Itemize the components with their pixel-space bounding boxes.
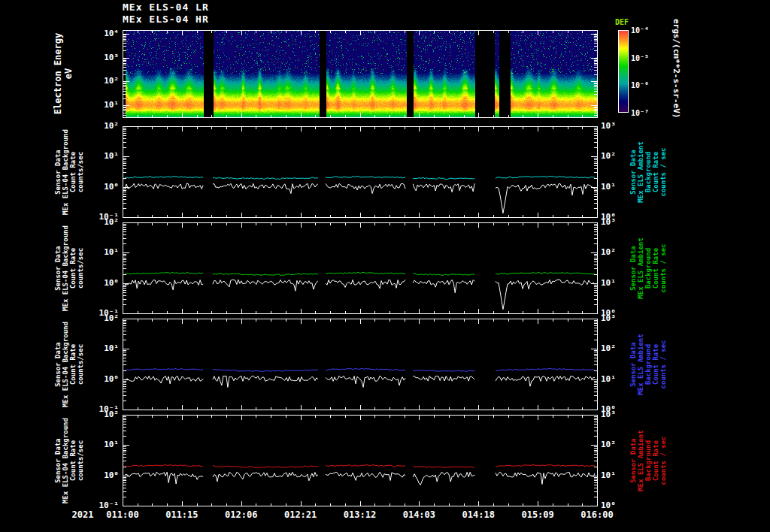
colorbar	[618, 30, 629, 113]
x-axis-tick-label: 011:15	[165, 509, 198, 520]
panel-left-tick-label: 10⁰	[86, 278, 119, 288]
panel-right-tick-label: 10¹	[601, 278, 616, 288]
panel-left-tick-label: 10¹	[86, 440, 119, 449]
panel-right-tick-label: 10³	[601, 313, 616, 323]
panel-left-tick-label: 10⁰	[86, 470, 119, 480]
colorbar-tick-label: 10⁻⁵	[631, 54, 649, 62]
x-axis-tick-label: 016:00	[581, 509, 613, 520]
panel-left-label: Sensor Data MEx ELS-04 Background Count …	[54, 126, 84, 218]
spectrogram-y-tick-label: 10³	[86, 53, 119, 62]
x-axis-tick-label: 015:09	[521, 509, 553, 520]
panel-left-label: Sensor Data MEx ELS-04 Background Count …	[54, 319, 84, 410]
x-axis-year-label: 2021	[72, 509, 94, 520]
panel-right-tick-label: 10²	[601, 151, 616, 161]
colorbar-units-label: ergs/(cm**2-s-sr-eV)	[671, 19, 681, 118]
spectrogram-y-tick-label: 10¹	[86, 100, 119, 110]
panel-right-tick-label: 10¹	[601, 470, 616, 480]
panel-left-tick-label: 10¹	[86, 343, 119, 353]
line-panel-canvas	[123, 222, 598, 314]
x-axis-tick-label: 013:12	[344, 509, 376, 520]
colorbar-title: DEF	[615, 18, 629, 26]
panel-left-tick-label: 10⁰	[86, 374, 119, 384]
panel-right-label: Sensor Data MEx ELS Ambient Background C…	[629, 415, 667, 506]
panel-right-tick-label: 10³	[601, 121, 616, 131]
x-axis-tick-label: 014:03	[403, 509, 435, 520]
panel-left-label: Sensor Data MEx ELS-04 Background Count …	[54, 415, 84, 506]
x-axis-tick-label: 011:00	[106, 509, 138, 520]
line-panel-canvas	[123, 415, 598, 506]
panel-right-tick-label: 10²	[601, 440, 616, 449]
colorbar-tick-label: 10⁻⁷	[631, 109, 649, 117]
panel-left-tick-label: 10¹	[86, 151, 119, 161]
plot-title-hr: MEx ELS-04 HR	[123, 14, 209, 25]
panel-left-tick-label: 10²	[86, 121, 119, 131]
panel-right-tick-label: 10³	[601, 217, 616, 227]
panel-right-tick-label: 10¹	[601, 374, 616, 384]
x-axis-tick-label: 012:21	[284, 509, 317, 520]
line-panel-canvas	[123, 319, 598, 410]
x-axis-tick-label: 014:18	[462, 509, 495, 520]
line-panel-canvas	[123, 126, 598, 218]
spectrogram-ylabel: Electron Energy eV	[53, 17, 74, 130]
panel-left-tick-label: 10¹	[86, 247, 119, 257]
spectrogram-y-tick-label: 10²	[86, 76, 119, 86]
panel-left-label: Sensor Data MEx ELS-04 Background Count …	[54, 222, 84, 314]
panel-left-tick-label: 10²	[86, 217, 119, 227]
plot-title-lr: MEx ELS-04 LR	[123, 2, 209, 13]
panel-right-label: Sensor Data MEx ELS Ambient Background C…	[629, 126, 667, 218]
colorbar-tick-label: 10⁻⁶	[631, 81, 649, 89]
panel-left-tick-label: 10²	[86, 410, 119, 419]
panel-right-label: Sensor Data MEx ELS Ambient Background C…	[629, 222, 667, 314]
panel-right-tick-label: 10²	[601, 343, 616, 353]
panel-right-tick-label: 10³	[601, 410, 616, 419]
spectrogram-y-tick-label: 10⁴	[86, 29, 119, 38]
x-axis-tick-label: 012:06	[225, 509, 257, 520]
panel-right-label: Sensor Data MEx ELS Ambient Background C…	[629, 319, 667, 410]
spectrogram-canvas	[123, 30, 598, 118]
colorbar-tick-label: 10⁻⁴	[631, 26, 649, 35]
panel-left-tick-label: 10²	[86, 313, 119, 323]
plot-page: MEx ELS-04 LR MEx ELS-04 HR Electron Ene…	[0, 0, 770, 532]
panel-left-tick-label: 10⁰	[86, 182, 119, 192]
panel-right-tick-label: 10¹	[601, 182, 616, 192]
panel-right-tick-label: 10²	[601, 247, 616, 257]
